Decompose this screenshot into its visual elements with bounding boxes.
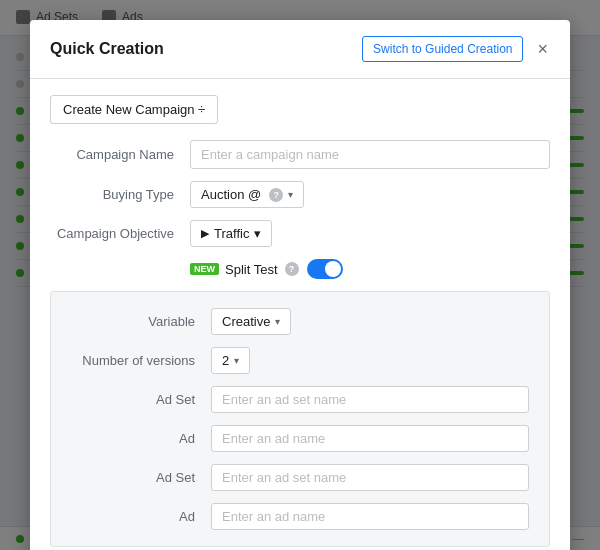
variable-label: Variable (71, 314, 211, 329)
new-badge: NEW (190, 263, 219, 275)
campaign-objective-row: Campaign Objective ▶ Traffic ▾ (50, 220, 550, 247)
ad-1-input[interactable] (211, 425, 529, 452)
campaign-name-label: Campaign Name (50, 147, 190, 162)
ad-set-2-input[interactable] (211, 464, 529, 491)
quick-creation-modal: Quick Creation Switch to Guided Creation… (30, 20, 570, 550)
split-test-label: Split Test (225, 262, 278, 277)
num-versions-select[interactable]: 2 ▾ (211, 347, 250, 374)
buying-type-row: Buying Type Auction @ ? ▾ (50, 181, 550, 208)
buying-type-help-icon[interactable]: ? (269, 188, 283, 202)
split-test-row: NEW Split Test ? (50, 259, 550, 279)
versions-chevron: ▾ (234, 355, 239, 366)
num-versions-row: Number of versions 2 ▾ (71, 347, 529, 374)
ad-set-1-input[interactable] (211, 386, 529, 413)
modal-overlay: Quick Creation Switch to Guided Creation… (0, 0, 600, 550)
variable-chevron: ▾ (275, 316, 280, 327)
ad-set-2-label: Ad Set (71, 470, 211, 485)
ad-set-2-row: Ad Set (71, 464, 529, 491)
buying-type-label: Buying Type (50, 187, 190, 202)
modal-body: Create New Campaign ÷ Campaign Name Buyi… (30, 79, 570, 550)
variable-row: Variable Creative ▾ (71, 308, 529, 335)
create-campaign-button[interactable]: Create New Campaign ÷ (50, 95, 218, 124)
modal-title: Quick Creation (50, 40, 164, 58)
campaign-objective-label: Campaign Objective (50, 226, 190, 241)
traffic-icon: ▶ (201, 227, 209, 240)
buying-type-select[interactable]: Auction @ ? ▾ (190, 181, 304, 208)
ad-2-row: Ad (71, 503, 529, 530)
num-versions-label: Number of versions (71, 353, 211, 368)
switch-guided-button[interactable]: Switch to Guided Creation (362, 36, 523, 62)
split-test-toggle[interactable] (307, 259, 343, 279)
modal-header: Quick Creation Switch to Guided Creation… (30, 20, 570, 79)
buying-type-chevron: ▾ (288, 189, 293, 200)
modal-header-actions: Switch to Guided Creation × (362, 36, 550, 62)
campaign-name-row: Campaign Name (50, 140, 550, 169)
ad-1-row: Ad (71, 425, 529, 452)
split-test-section: Variable Creative ▾ Number of versions 2… (50, 291, 550, 547)
ad-1-label: Ad (71, 431, 211, 446)
ad-set-1-label: Ad Set (71, 392, 211, 407)
variable-select[interactable]: Creative ▾ (211, 308, 291, 335)
ad-2-label: Ad (71, 509, 211, 524)
ad-set-1-row: Ad Set (71, 386, 529, 413)
campaign-name-input[interactable] (190, 140, 550, 169)
toggle-slider (307, 259, 343, 279)
campaign-objective-select[interactable]: ▶ Traffic ▾ (190, 220, 272, 247)
split-test-help-icon[interactable]: ? (285, 262, 299, 276)
close-modal-button[interactable]: × (535, 40, 550, 58)
objective-chevron: ▾ (254, 226, 261, 241)
ad-2-input[interactable] (211, 503, 529, 530)
